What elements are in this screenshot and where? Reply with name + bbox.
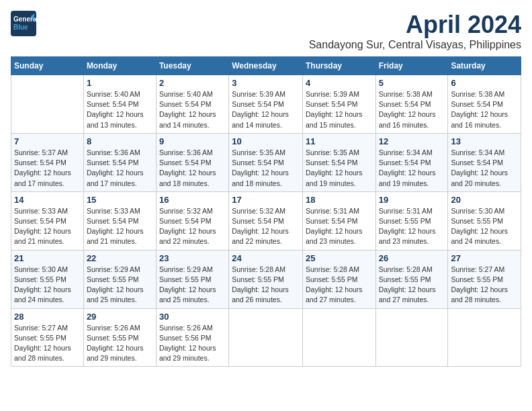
calendar-cell: 1Sunrise: 5:40 AMSunset: 5:54 PMDaylight… [83,75,156,134]
week-row-2: 7Sunrise: 5:37 AMSunset: 5:54 PMDaylight… [11,133,521,191]
day-info: Sunrise: 5:35 AMSunset: 5:54 PMDaylight:… [232,148,300,189]
day-number: 13 [451,136,518,146]
day-info: Sunrise: 5:37 AMSunset: 5:54 PMDaylight:… [14,148,81,189]
day-number: 7 [14,136,81,146]
calendar-cell: 25Sunrise: 5:28 AMSunset: 5:55 PMDayligh… [302,250,375,308]
calendar-cell: 5Sunrise: 5:38 AMSunset: 5:54 PMDaylight… [375,75,448,134]
day-info: Sunrise: 5:28 AMSunset: 5:55 PMDaylight:… [232,265,300,306]
column-header-monday: Monday [83,57,156,75]
day-info: Sunrise: 5:33 AMSunset: 5:54 PMDaylight:… [14,206,81,247]
calendar-cell: 15Sunrise: 5:33 AMSunset: 5:54 PMDayligh… [83,191,156,250]
day-info: Sunrise: 5:27 AMSunset: 5:55 PMDaylight:… [451,265,518,306]
day-info: Sunrise: 5:40 AMSunset: 5:54 PMDaylight:… [159,89,226,130]
day-info: Sunrise: 5:35 AMSunset: 5:54 PMDaylight:… [306,148,373,189]
calendar-cell: 7Sunrise: 5:37 AMSunset: 5:54 PMDaylight… [11,133,84,191]
day-info: Sunrise: 5:39 AMSunset: 5:54 PMDaylight:… [306,89,373,130]
calendar-cell [375,308,448,367]
location-subtitle: Sandayong Sur, Central Visayas, Philippi… [309,39,521,51]
day-info: Sunrise: 5:36 AMSunset: 5:54 PMDaylight:… [87,148,153,189]
day-number: 19 [379,195,445,205]
title-block: April 2024 Sandayong Sur, Central Visaya… [309,11,521,51]
day-info: Sunrise: 5:31 AMSunset: 5:54 PMDaylight:… [306,206,373,247]
day-number: 27 [451,253,518,263]
calendar-cell: 20Sunrise: 5:30 AMSunset: 5:55 PMDayligh… [448,191,521,250]
day-number: 23 [159,253,226,263]
day-number: 22 [87,253,153,263]
calendar-cell: 21Sunrise: 5:30 AMSunset: 5:55 PMDayligh… [11,250,84,308]
column-header-wednesday: Wednesday [229,57,303,75]
header-row: SundayMondayTuesdayWednesdayThursdayFrid… [11,57,521,75]
calendar-cell: 27Sunrise: 5:27 AMSunset: 5:55 PMDayligh… [448,250,521,308]
calendar-cell: 8Sunrise: 5:36 AMSunset: 5:54 PMDaylight… [83,133,156,191]
column-header-sunday: Sunday [11,57,84,75]
logo-icon: General Blue [11,11,36,36]
day-number: 11 [306,136,373,146]
calendar-cell: 29Sunrise: 5:26 AMSunset: 5:55 PMDayligh… [83,308,156,367]
week-row-1: 1Sunrise: 5:40 AMSunset: 5:54 PMDaylight… [11,75,521,134]
day-number: 9 [159,136,226,146]
calendar-table: SundayMondayTuesdayWednesdayThursdayFrid… [11,56,521,367]
calendar-cell: 3Sunrise: 5:39 AMSunset: 5:54 PMDaylight… [229,75,303,134]
day-number: 5 [379,78,445,88]
calendar-cell: 19Sunrise: 5:31 AMSunset: 5:55 PMDayligh… [375,191,448,250]
calendar-cell: 9Sunrise: 5:36 AMSunset: 5:54 PMDaylight… [156,133,228,191]
calendar-cell: 6Sunrise: 5:38 AMSunset: 5:54 PMDaylight… [448,75,521,134]
day-info: Sunrise: 5:29 AMSunset: 5:55 PMDaylight:… [87,265,153,306]
day-number: 4 [306,78,373,88]
calendar-cell: 22Sunrise: 5:29 AMSunset: 5:55 PMDayligh… [83,250,156,308]
day-number: 10 [232,136,300,146]
day-number: 2 [159,78,226,88]
day-number: 6 [451,78,518,88]
calendar-cell: 14Sunrise: 5:33 AMSunset: 5:54 PMDayligh… [11,191,84,250]
day-number: 16 [159,195,226,205]
svg-text:Blue: Blue [13,24,28,31]
calendar-cell: 17Sunrise: 5:32 AMSunset: 5:54 PMDayligh… [229,191,303,250]
calendar-cell: 24Sunrise: 5:28 AMSunset: 5:55 PMDayligh… [229,250,303,308]
day-number: 17 [232,195,300,205]
day-info: Sunrise: 5:32 AMSunset: 5:54 PMDaylight:… [232,206,300,247]
calendar-cell [11,75,84,134]
calendar-cell: 4Sunrise: 5:39 AMSunset: 5:54 PMDaylight… [302,75,375,134]
day-info: Sunrise: 5:26 AMSunset: 5:56 PMDaylight:… [159,323,226,364]
calendar-cell [448,308,521,367]
column-header-saturday: Saturday [448,57,521,75]
day-number: 15 [87,195,153,205]
day-number: 24 [232,253,300,263]
calendar-cell: 10Sunrise: 5:35 AMSunset: 5:54 PMDayligh… [229,133,303,191]
day-number: 14 [14,195,81,205]
day-info: Sunrise: 5:28 AMSunset: 5:55 PMDaylight:… [379,265,445,306]
day-number: 21 [14,253,81,263]
day-info: Sunrise: 5:29 AMSunset: 5:55 PMDaylight:… [159,265,226,306]
column-header-thursday: Thursday [302,57,375,75]
day-number: 26 [379,253,445,263]
day-number: 12 [379,136,445,146]
calendar-cell: 13Sunrise: 5:34 AMSunset: 5:54 PMDayligh… [448,133,521,191]
calendar-cell: 30Sunrise: 5:26 AMSunset: 5:56 PMDayligh… [156,308,228,367]
page-header: General Blue April 2024 Sandayong Sur, C… [11,11,521,51]
day-info: Sunrise: 5:28 AMSunset: 5:55 PMDaylight:… [306,265,373,306]
calendar-cell: 16Sunrise: 5:32 AMSunset: 5:54 PMDayligh… [156,191,228,250]
day-number: 3 [232,78,300,88]
day-info: Sunrise: 5:27 AMSunset: 5:55 PMDaylight:… [14,323,81,364]
calendar-cell [302,308,375,367]
day-info: Sunrise: 5:30 AMSunset: 5:55 PMDaylight:… [14,265,81,306]
calendar-cell: 28Sunrise: 5:27 AMSunset: 5:55 PMDayligh… [11,308,84,367]
calendar-cell: 18Sunrise: 5:31 AMSunset: 5:54 PMDayligh… [302,191,375,250]
day-number: 30 [159,312,226,322]
calendar-cell [229,308,303,367]
day-info: Sunrise: 5:26 AMSunset: 5:55 PMDaylight:… [87,323,153,364]
day-info: Sunrise: 5:32 AMSunset: 5:54 PMDaylight:… [159,206,226,247]
week-row-3: 14Sunrise: 5:33 AMSunset: 5:54 PMDayligh… [11,191,521,250]
day-info: Sunrise: 5:38 AMSunset: 5:54 PMDaylight:… [451,89,518,130]
calendar-cell: 26Sunrise: 5:28 AMSunset: 5:55 PMDayligh… [375,250,448,308]
week-row-4: 21Sunrise: 5:30 AMSunset: 5:55 PMDayligh… [11,250,521,308]
day-info: Sunrise: 5:30 AMSunset: 5:55 PMDaylight:… [451,206,518,247]
day-number: 29 [87,312,153,322]
calendar-cell: 11Sunrise: 5:35 AMSunset: 5:54 PMDayligh… [302,133,375,191]
day-number: 1 [87,78,153,88]
calendar-cell: 2Sunrise: 5:40 AMSunset: 5:54 PMDaylight… [156,75,228,134]
day-info: Sunrise: 5:34 AMSunset: 5:54 PMDaylight:… [451,148,518,189]
calendar-cell: 12Sunrise: 5:34 AMSunset: 5:54 PMDayligh… [375,133,448,191]
day-info: Sunrise: 5:39 AMSunset: 5:54 PMDaylight:… [232,89,300,130]
day-info: Sunrise: 5:36 AMSunset: 5:54 PMDaylight:… [159,148,226,189]
